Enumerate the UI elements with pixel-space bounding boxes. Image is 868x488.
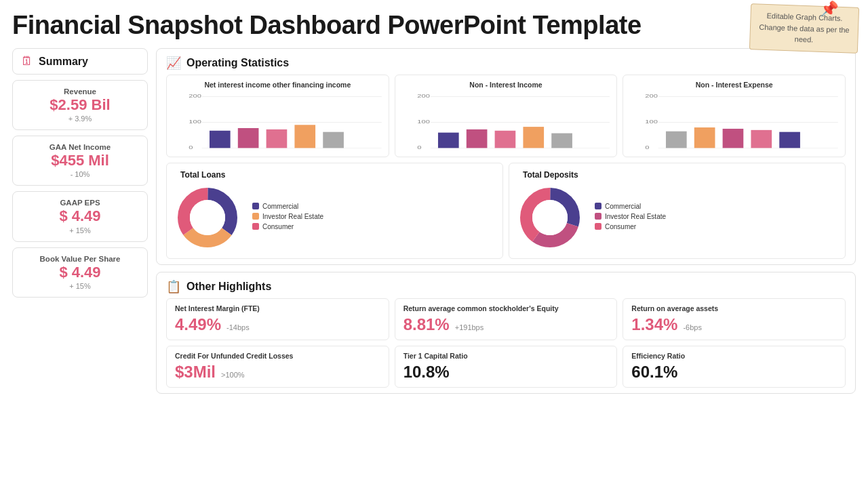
bar-chart-1-title: Net interest income other financing inco… bbox=[174, 81, 382, 89]
donut-charts-row: Total Loans bbox=[166, 163, 846, 259]
legend-deposits-commercial: Commercial bbox=[595, 203, 666, 210]
donut-loans-body: Commercial Investor Real Estate Consumer bbox=[174, 184, 496, 251]
bar-chart-non-interest-income: Non - Interest Income 200 100 0 bbox=[395, 75, 618, 157]
svg-rect-7 bbox=[238, 128, 259, 148]
op-stats-icon: 📈 bbox=[166, 56, 181, 70]
donut-deposits-legend: Commercial Investor Real Estate Consumer bbox=[595, 203, 666, 233]
donut-total-deposits: Total Deposits bbox=[509, 163, 846, 259]
svg-rect-32 bbox=[780, 132, 801, 148]
metric-revenue: Revenue $2.59 Bil + 3.9% bbox=[12, 80, 148, 130]
svg-rect-28 bbox=[666, 131, 687, 148]
highlights-box: 📋 Other Highlights Net Interest Margin (… bbox=[156, 272, 856, 394]
donut-deposits-svg bbox=[516, 184, 584, 251]
svg-rect-8 bbox=[267, 129, 288, 148]
svg-rect-21 bbox=[551, 134, 572, 148]
main-content: 📈 Operating Statistics Net interest inco… bbox=[156, 48, 856, 470]
legend-dot-dep-consumer bbox=[595, 223, 601, 230]
bar-chart-non-interest-expense: Non - Interest Expense 200 100 0 bbox=[623, 75, 846, 157]
svg-rect-29 bbox=[694, 127, 715, 148]
bar-chart-2-svg: 200 100 0 bbox=[402, 92, 610, 152]
legend-dot-dep-commercial bbox=[595, 203, 601, 209]
highlight-0-title: Net Interest Margin (FTE) bbox=[175, 304, 380, 312]
operating-stats-box: 📈 Operating Statistics Net interest inco… bbox=[156, 48, 856, 265]
pin-annotation: 📌 Editable Graph Charts. Change the data… bbox=[749, 3, 859, 53]
legend-loans-investor: Investor Real Estate bbox=[252, 213, 323, 220]
svg-text:200: 200 bbox=[189, 93, 201, 99]
legend-label-dep-investor: Investor Real Estate bbox=[605, 213, 666, 220]
legend-loans-consumer: Consumer bbox=[252, 223, 323, 230]
donut-loans-svg-wrap bbox=[174, 184, 241, 251]
donut-total-loans: Total Loans bbox=[166, 163, 503, 259]
legend-deposits-consumer: Consumer bbox=[595, 223, 666, 230]
bar-chart-1-inner: 200 100 0 bbox=[174, 92, 382, 152]
bar-charts-row: Net interest income other financing inco… bbox=[166, 75, 846, 157]
svg-rect-9 bbox=[294, 125, 315, 148]
highlight-1-change: +191bps bbox=[455, 323, 484, 331]
bar-chart-3-svg: 200 100 0 bbox=[630, 92, 838, 152]
donut-deposits-svg-wrap bbox=[516, 184, 584, 251]
metric-book-change: + 15% bbox=[21, 282, 139, 290]
metric-gaa-value: $455 Mil bbox=[21, 152, 139, 169]
bar-chart-3-title: Non - Interest Expense bbox=[630, 81, 838, 89]
metric-gaa-change: - 10% bbox=[21, 170, 139, 178]
highlight-tier1-capital: Tier 1 Capital Ratio 10.8% bbox=[395, 346, 618, 388]
metric-book-label: Book Value Per Share bbox=[21, 255, 139, 263]
pin-icon: 📌 bbox=[819, 0, 838, 20]
svg-text:100: 100 bbox=[189, 119, 201, 125]
donut-deposits-body: Commercial Investor Real Estate Consumer bbox=[516, 184, 838, 251]
highlight-1-body: 8.81% +191bps bbox=[403, 315, 609, 334]
donut-loans-svg bbox=[174, 184, 241, 251]
legend-deposits-investor: Investor Real Estate bbox=[595, 213, 666, 220]
sidebar: 🗓 Summary Revenue $2.59 Bil + 3.9% GAA N… bbox=[12, 48, 148, 470]
svg-point-36 bbox=[190, 200, 225, 235]
metric-gaa-label: GAA Net Income bbox=[21, 143, 139, 151]
highlights-header: 📋 Other Highlights bbox=[166, 279, 846, 294]
bar-chart-3-inner: 200 100 0 bbox=[630, 92, 838, 152]
svg-rect-6 bbox=[210, 131, 231, 148]
legend-loans-commercial: Commercial bbox=[252, 203, 323, 210]
highlight-3-value: $3Mil bbox=[175, 363, 216, 382]
highlights-title: Other Highlights bbox=[186, 281, 271, 293]
metric-book-value: Book Value Per Share $ 4.49 + 15% bbox=[12, 247, 148, 298]
highlight-return-equity: Return average common stockholder's Equi… bbox=[395, 298, 618, 340]
legend-dot-investor bbox=[252, 213, 259, 220]
highlight-return-assets: Return on average assets 1.34% -6bps bbox=[623, 298, 846, 340]
svg-rect-19 bbox=[494, 131, 515, 148]
metric-gaap-eps: GAAP EPS $ 4.49 + 15% bbox=[12, 191, 148, 241]
legend-dot-commercial bbox=[252, 203, 259, 209]
sidebar-header: 🗓 Summary bbox=[12, 48, 148, 75]
highlight-3-title: Credit For Unfunded Credit Losses bbox=[175, 352, 380, 360]
highlight-1-title: Return average common stockholder's Equi… bbox=[403, 304, 609, 312]
highlight-0-value: 4.49% bbox=[175, 315, 221, 334]
svg-text:200: 200 bbox=[417, 93, 430, 99]
highlight-2-change: -6bps bbox=[683, 323, 702, 331]
bar-chart-net-interest: Net interest income other financing inco… bbox=[166, 75, 389, 157]
highlight-4-value: 10.8% bbox=[403, 363, 450, 382]
donut-loans-title: Total Loans bbox=[180, 170, 225, 180]
highlight-3-body: $3Mil >100% bbox=[175, 363, 380, 382]
svg-rect-17 bbox=[438, 133, 459, 148]
metric-gaap-change: + 15% bbox=[21, 226, 139, 235]
summary-icon: 🗓 bbox=[21, 54, 33, 68]
svg-rect-30 bbox=[723, 129, 744, 148]
svg-rect-10 bbox=[323, 132, 344, 148]
svg-text:0: 0 bbox=[646, 144, 650, 150]
highlight-5-title: Efficiency Ratio bbox=[631, 352, 837, 360]
legend-dot-consumer bbox=[252, 223, 259, 230]
metric-revenue-label: Revenue bbox=[21, 87, 139, 96]
svg-rect-31 bbox=[751, 130, 772, 148]
donut-loans-legend: Commercial Investor Real Estate Consumer bbox=[252, 203, 323, 233]
highlight-4-title: Tier 1 Capital Ratio bbox=[403, 352, 609, 360]
legend-label-dep-consumer: Consumer bbox=[605, 223, 636, 230]
donut-deposits-title: Total Deposits bbox=[523, 170, 578, 180]
highlight-efficiency-ratio: Efficiency Ratio 60.1% bbox=[623, 346, 846, 388]
svg-text:0: 0 bbox=[189, 144, 193, 150]
highlight-5-value: 60.1% bbox=[631, 363, 677, 382]
highlights-icon: 📋 bbox=[166, 279, 181, 294]
highlight-2-value: 1.34% bbox=[631, 315, 677, 334]
svg-rect-18 bbox=[466, 129, 487, 148]
highlight-credit-unfunded: Credit For Unfunded Credit Losses $3Mil … bbox=[166, 346, 389, 388]
metric-revenue-change: + 3.9% bbox=[21, 115, 139, 123]
legend-label-consumer: Consumer bbox=[262, 223, 294, 230]
sidebar-title: Summary bbox=[39, 56, 88, 68]
